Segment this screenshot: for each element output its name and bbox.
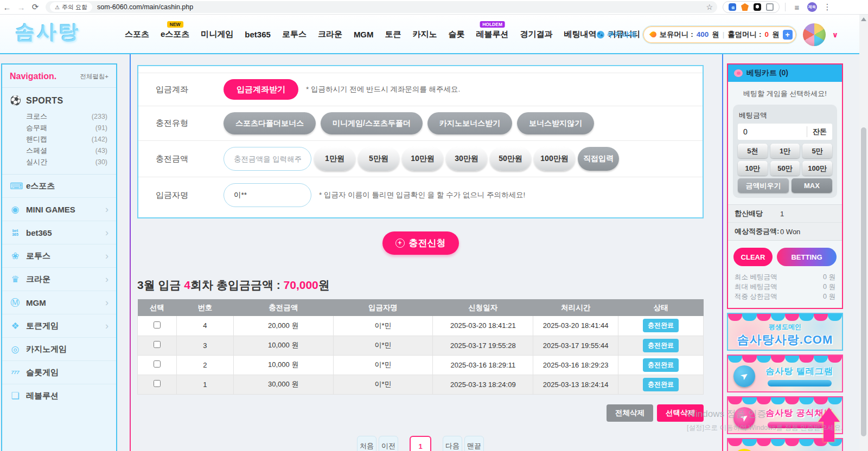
tab-list-icon[interactable]: ≡ [790,3,804,12]
preset-direct-input[interactable]: 직접입력 [578,147,619,171]
count-badge: (233) [92,113,107,120]
forward-icon[interactable]: → [14,3,28,12]
page-current-button[interactable]: 1 [410,436,431,451]
nav-lotus[interactable]: 로투스 [282,29,307,40]
max-bet-row: 최대 베팅금액0 원 [735,282,835,292]
cookie-delete-button[interactable]: 쿠키삭제 [597,30,636,40]
bet-amount-input[interactable] [738,127,807,136]
sidebar-item-mgm[interactable]: Ⓜ MGM › [2,291,116,314]
sidebar-item-slotgame[interactable]: 777 슬롯게임 [2,361,116,384]
nav-token[interactable]: 토큰 [385,29,401,40]
holdem-money-label: 홀덤머니 : [727,30,761,40]
extension-puzzle-icon[interactable] [766,3,774,11]
right-rail: 베팅카트 (0) 베팅할 게임을 선택하세요! 베팅금액 잔돈 5천 1만 5만… [727,54,843,451]
expected-win-value: 0 Won [780,228,800,236]
site-warning-chip[interactable]: ⚠ 주의 요함 [50,2,92,12]
site-logo[interactable]: 솜사탕 [15,19,80,46]
preset-500000[interactable]: 50만원 [490,147,531,171]
bet-preset-100000[interactable]: 10만 [738,161,768,176]
row-checkbox[interactable] [154,341,161,348]
page-first-button[interactable]: 처음 [357,436,376,451]
preset-50000[interactable]: 5만원 [358,147,399,171]
preset-300000[interactable]: 30만원 [446,147,487,171]
sidebar-item-lotus[interactable]: ❀ 로투스 › [2,244,116,268]
small-change-button[interactable]: 잔돈 [807,126,832,137]
row-checkbox[interactable] [154,360,161,368]
bet-preset-500000[interactable]: 50만 [770,161,800,176]
preset-10000[interactable]: 1만원 [314,147,355,171]
extension-icon-blue[interactable] [729,3,736,11]
nav-bet-history[interactable]: 베팅내역 [564,29,597,40]
sidebar-item-special[interactable]: 스페셜(43) [26,145,107,156]
sidebar-item-wdl[interactable]: 승무패(91) [26,122,107,133]
betting-button[interactable]: BETTING [777,248,837,266]
page-prev-button[interactable]: 이전 [379,436,398,451]
bonus-option-casino[interactable]: 카지노보너스받기 [427,112,512,134]
nav-results[interactable]: 경기결과 [520,29,553,40]
scrollbar-up-arrow[interactable] [861,17,866,21]
bet-preset-1000000[interactable]: 100만 [802,161,832,176]
delete-selected-button[interactable]: 선택삭제 [657,404,704,422]
table-row: 3 10,000 원 이*민 2025-03-17 19:55:28 2025-… [138,336,704,355]
nav-mgm[interactable]: MGM [354,30,374,39]
preset-1000000[interactable]: 100만원 [534,147,575,171]
nav-esports[interactable]: NEWe스포츠 [161,29,189,40]
nav-slot[interactable]: 슬롯 [449,29,465,40]
slot-777-icon: 777 [10,370,21,375]
sidebar-item-sports[interactable]: ⚽ SPORTS [2,88,116,109]
page-next-button[interactable]: 다음 [443,436,462,451]
nav-revolution[interactable]: HOLDEM레볼루션 [476,29,509,40]
account-row-label: 입금계좌 [156,85,224,95]
extension-icon-fox[interactable] [741,3,749,11]
sidebar-item-handicap[interactable]: 핸디캡(142) [26,133,107,145]
bet-preset-5000[interactable]: 5천 [738,144,768,158]
banner-telegram[interactable]: ➤ 솜사탕 텔레그램 [727,355,843,392]
deposit-plus-button[interactable]: + [783,30,793,40]
nav-casino[interactable]: 카지노 [413,29,437,40]
banner-domain[interactable]: 평생도메인 솜사탕사랑.COM [727,313,843,351]
nav-minigame[interactable]: 미니게임 [201,29,233,40]
clear-amount-button[interactable]: 금액비우기 [738,178,789,193]
nav-crown[interactable]: 크라운 [318,29,342,40]
nav-sports[interactable]: 스포츠 [125,29,149,40]
expand-all-button[interactable]: 전체펼침+ [80,73,108,81]
chevron-down-icon[interactable]: ∨ [832,30,838,39]
bonus-option-sports-multi[interactable]: 스포츠다폴더보너스 [224,112,316,134]
charge-request-button[interactable]: + 충전신청 [382,231,459,255]
row-checkbox[interactable] [154,321,161,328]
menu-kebab-icon[interactable]: ⋮ [820,2,834,12]
scroll-to-top-button[interactable] [817,408,841,443]
extension-icon-black[interactable] [754,3,761,11]
reload-icon[interactable]: ⟳ [28,2,42,12]
sidebar-item-revolution[interactable]: ❏ 레볼루션 [2,384,116,408]
sidebar-item-cross[interactable]: 크로스(233) [26,111,107,122]
page-last-button[interactable]: 맨끝 [464,436,484,451]
bet-preset-10000[interactable]: 1만 [770,144,800,158]
status-badge: 충전완료 [643,339,679,352]
sidebar-item-esports[interactable]: ⌨ e스포츠 [2,175,116,198]
get-deposit-account-button[interactable]: 입금계좌받기 [224,79,298,100]
bookmark-star-icon[interactable]: ☆ [706,3,713,11]
bet-preset-50000[interactable]: 5만 [802,144,832,158]
sidebar-item-casinogame[interactable]: ◎ 카지노게임 [2,338,116,361]
sidebar-item-crown[interactable]: ♛ 크라운 › [2,268,116,291]
row-checkbox[interactable] [154,380,161,387]
back-icon[interactable]: ← [0,3,14,12]
charge-amount-input[interactable] [224,147,311,171]
bonus-option-minigame[interactable]: 미니게임/스포츠두폴더 [321,112,423,134]
sidebar-item-tokengame[interactable]: ❖ 토큰게임 › [2,314,116,338]
sidebar-item-live[interactable]: 실시간(30) [26,156,107,167]
sidebar-item-bet365[interactable]: bet365 bet365 › [2,221,116,244]
scrollbar-thumb[interactable] [861,127,866,436]
bonus-option-none[interactable]: 보너스받지않기 [517,112,594,134]
address-bar[interactable]: ⚠ 주의 요함 som-6060.com/main/cashin.php ☆ [46,1,717,13]
depositor-name-input[interactable] [224,183,311,207]
max-button[interactable]: MAX [792,178,832,193]
user-avatar[interactable] [803,23,826,46]
nav-bet365[interactable]: bet365 [245,30,271,39]
browser-profile-avatar[interactable]: 제욱 [807,2,817,12]
sidebar-item-minigames[interactable]: ◉ MINI GAMES › [2,198,116,221]
clear-button[interactable]: CLEAR [733,248,773,266]
preset-100000[interactable]: 10만원 [402,147,443,171]
delete-all-button[interactable]: 전체삭제 [607,404,653,422]
